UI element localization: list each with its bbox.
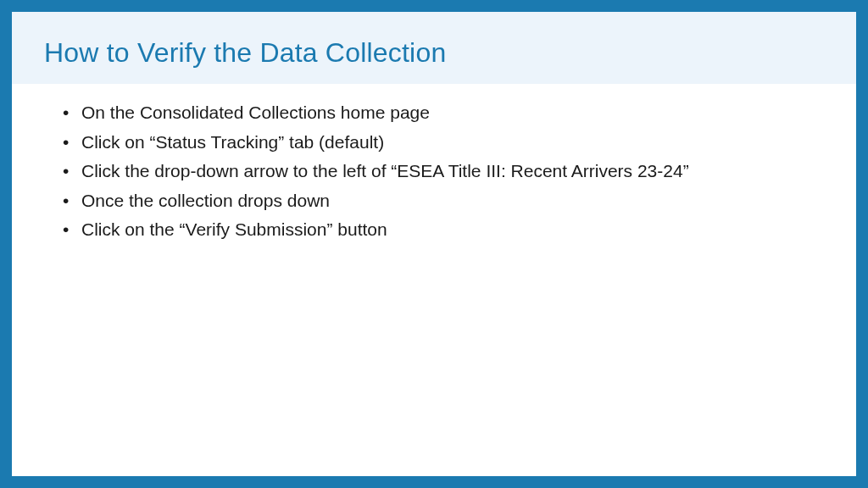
list-item: Click the drop-down arrow to the left of… <box>63 158 824 186</box>
list-item: Click on “Status Tracking” tab (default) <box>63 129 824 157</box>
slide-content: On the Consolidated Collections home pag… <box>12 84 856 476</box>
list-item: On the Consolidated Collections home pag… <box>63 99 824 127</box>
slide-title: How to Verify the Data Collection <box>44 37 824 69</box>
list-item: Click on the “Verify Submission” button <box>63 216 824 244</box>
slide-header: How to Verify the Data Collection <box>12 12 856 84</box>
bullet-list: On the Consolidated Collections home pag… <box>63 99 824 244</box>
slide-frame: How to Verify the Data Collection On the… <box>0 0 868 488</box>
list-item: Once the collection drops down <box>63 187 824 215</box>
